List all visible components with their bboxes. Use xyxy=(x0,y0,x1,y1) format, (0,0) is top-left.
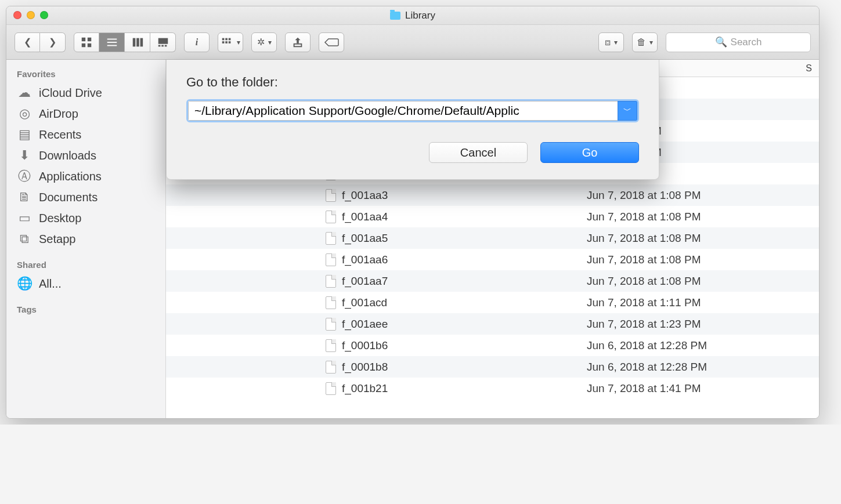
sidebar-item-icloud[interactable]: ☁︎ iCloud Drive xyxy=(6,82,165,103)
chevron-down-icon: ﹀ xyxy=(623,106,631,116)
file-icon xyxy=(326,275,336,288)
toolbar: ❮ ❯ i ▾ ✲ ▾ xyxy=(6,25,819,60)
back-button[interactable]: ❮ xyxy=(15,32,40,52)
sidebar-item-documents[interactable]: 🗎 Documents xyxy=(6,187,165,208)
svg-rect-6 xyxy=(107,45,117,46)
go-to-folder-combo: ﹀ xyxy=(186,99,639,122)
file-row[interactable]: f_001acdJun 7, 2018 at 1:11 PM xyxy=(166,292,819,313)
sidebar-item-applications[interactable]: Ⓐ Applications xyxy=(6,166,165,187)
file-name: f_0001b8 xyxy=(342,361,388,374)
group-by-button[interactable]: ▾ xyxy=(218,32,243,52)
sidebar-item-all-shared[interactable]: 🌐 All... xyxy=(6,273,165,294)
tags-button[interactable] xyxy=(319,32,344,52)
network-icon: 🌐 xyxy=(17,277,32,291)
sidebar-item-recents[interactable]: ▤ Recents xyxy=(6,124,165,145)
titlebar: Library xyxy=(6,6,819,25)
file-row[interactable]: f_001aa5Jun 7, 2018 at 1:08 PM xyxy=(166,227,819,249)
svg-rect-11 xyxy=(158,45,160,46)
file-name: f_001b21 xyxy=(342,382,388,395)
window-title: Library xyxy=(390,10,435,21)
sidebar-item-label: Downloads xyxy=(39,149,96,162)
sidebar-item-label: Desktop xyxy=(39,212,81,225)
sidebar-item-label: Recents xyxy=(39,128,81,142)
svg-rect-2 xyxy=(82,43,85,46)
zoom-window-button[interactable] xyxy=(40,11,48,19)
file-row[interactable]: f_0001b6Jun 6, 2018 at 12:28 PM xyxy=(166,335,819,356)
list-view-button[interactable] xyxy=(99,32,125,52)
file-row[interactable]: f_0001b8Jun 6, 2018 at 12:28 PM xyxy=(166,356,819,378)
go-to-folder-dropdown[interactable]: ﹀ xyxy=(618,101,637,121)
file-row[interactable]: f_001aa3Jun 7, 2018 at 1:08 PM xyxy=(166,184,819,206)
file-name: f_001aa6 xyxy=(342,253,388,266)
sidebar-item-label: Setapp xyxy=(39,233,75,246)
svg-rect-3 xyxy=(88,43,91,46)
file-name: f_001aa4 xyxy=(342,211,388,223)
sidebar-item-setapp[interactable]: ⧉ Setapp xyxy=(6,229,165,249)
dropbox-button[interactable]: ⧈ ▾ xyxy=(598,32,624,52)
cancel-button[interactable]: Cancel xyxy=(429,142,528,163)
trash-icon: 🗑 xyxy=(637,37,646,48)
columns-icon xyxy=(131,36,144,49)
svg-rect-15 xyxy=(225,38,228,40)
documents-icon: 🗎 xyxy=(17,190,32,204)
file-row[interactable]: f_001aa4Jun 7, 2018 at 1:08 PM xyxy=(166,206,819,227)
file-date: Jun 7, 2018 at 1:08 PM xyxy=(581,253,796,266)
svg-rect-8 xyxy=(136,38,139,46)
file-icon xyxy=(326,189,336,202)
svg-rect-1 xyxy=(88,37,91,41)
recents-icon: ▤ xyxy=(17,128,32,142)
go-button[interactable]: Go xyxy=(540,142,639,163)
gear-icon: ✲ xyxy=(257,37,265,48)
svg-rect-5 xyxy=(107,42,117,43)
chevron-down-icon: ▾ xyxy=(268,38,272,46)
finder-window: Library ❮ ❯ i ▾ ✲ ▾ xyxy=(6,6,820,419)
sidebar-item-desktop[interactable]: ▭ Desktop xyxy=(6,208,165,229)
svg-rect-16 xyxy=(229,38,231,40)
sidebar-item-airdrop[interactable]: ◎ AirDrop xyxy=(6,103,165,124)
sidebar-item-label: AirDrop xyxy=(39,107,78,121)
favorites-heading: Favorites xyxy=(6,67,165,82)
file-name: f_001aa5 xyxy=(342,232,388,245)
window-title-text: Library xyxy=(405,10,435,21)
file-icon xyxy=(326,318,336,331)
file-date: Jun 6, 2018 at 12:28 PM xyxy=(581,339,796,352)
file-icon xyxy=(326,382,336,395)
sidebar-item-downloads[interactable]: ⬇ Downloads xyxy=(6,145,165,166)
file-name: f_001aa3 xyxy=(342,189,388,202)
column-size[interactable]: S xyxy=(796,63,819,74)
forward-button[interactable]: ❯ xyxy=(40,32,66,52)
column-view-button[interactable] xyxy=(125,32,150,52)
get-info-button[interactable]: i xyxy=(184,32,210,52)
svg-rect-20 xyxy=(294,43,302,46)
file-row[interactable]: f_001aa7Jun 7, 2018 at 1:08 PM xyxy=(166,270,819,292)
cloud-icon: ☁︎ xyxy=(17,86,32,100)
svg-rect-14 xyxy=(222,38,225,40)
file-date: Jun 7, 2018 at 1:08 PM xyxy=(581,189,796,202)
downloads-icon: ⬇ xyxy=(17,148,32,162)
file-row[interactable]: f_001b21Jun 7, 2018 at 1:41 PM xyxy=(166,378,819,399)
file-date: Jun 6, 2018 at 12:28 PM xyxy=(581,361,796,374)
file-row[interactable]: f_001aa6Jun 7, 2018 at 1:08 PM xyxy=(166,249,819,270)
share-button[interactable] xyxy=(285,32,311,52)
file-date: Jun 7, 2018 at 1:08 PM xyxy=(581,211,796,223)
gallery-view-button[interactable] xyxy=(150,32,176,52)
icon-view-button[interactable] xyxy=(74,32,99,52)
close-window-button[interactable] xyxy=(13,11,21,19)
file-name: f_0001b6 xyxy=(342,339,388,352)
quick-action-button[interactable]: 🗑 ▾ xyxy=(632,32,658,52)
share-icon xyxy=(291,36,304,49)
action-menu-button[interactable]: ✲ ▾ xyxy=(251,32,277,52)
gallery-icon xyxy=(157,36,169,49)
chevron-down-icon: ▾ xyxy=(649,38,653,46)
group-icon xyxy=(221,36,233,49)
setapp-icon: ⧉ xyxy=(17,232,32,246)
sidebar-item-label: iCloud Drive xyxy=(39,86,102,100)
svg-rect-12 xyxy=(161,45,164,46)
search-placeholder: Search xyxy=(731,37,762,48)
go-to-folder-input[interactable] xyxy=(188,101,618,121)
search-field[interactable]: 🔍 Search xyxy=(666,32,811,52)
minimize-window-button[interactable] xyxy=(27,11,35,19)
file-row[interactable]: f_001aeeJun 7, 2018 at 1:23 PM xyxy=(166,313,819,335)
tag-icon xyxy=(323,38,340,46)
window-controls xyxy=(13,11,48,19)
